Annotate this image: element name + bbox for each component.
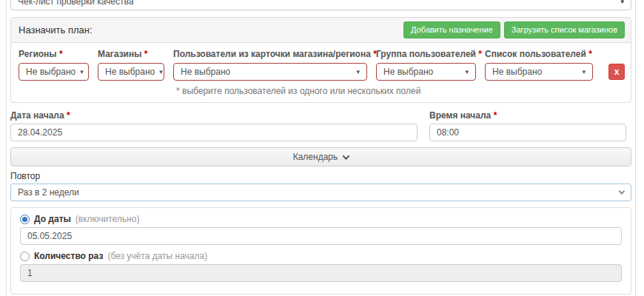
regions-select[interactable]: Не выбрано ▾ (19, 63, 89, 81)
assign-plan-panel: Назначить план: Добавить назначение Загр… (10, 17, 631, 103)
by-count-label: Количество раз (34, 251, 103, 261)
end-condition-panel: До даты (включительно) Количество раз (б… (10, 207, 631, 295)
assign-header-buttons: Добавить назначение Загрузить список маг… (403, 21, 625, 38)
card-users-select-value: Не выбрано (181, 67, 230, 77)
stores-select-value: Не выбрано (105, 67, 155, 77)
regions-label: Регионы * (19, 49, 89, 59)
required-mark: * (478, 49, 482, 59)
field-card-users: Пользователи из карточки магазина/регион… (173, 49, 367, 81)
chevron-down-icon (343, 152, 350, 160)
repeat-label: Повтор (10, 171, 631, 181)
repeat-count-input[interactable] (20, 264, 622, 282)
by-date-radio-row[interactable]: До даты (включительно) (20, 214, 622, 224)
stores-select[interactable]: Не выбрано ▾ (98, 63, 164, 81)
chevron-down-icon (619, 188, 625, 194)
by-count-hint: (без учёта даты начала) (107, 251, 207, 261)
start-date-field: Дата начала * (10, 110, 417, 141)
caret-down-icon: ▾ (80, 67, 84, 77)
field-user-group: Группа пользователей * Не выбрано ▾ (376, 49, 476, 81)
field-regions: Регионы * Не выбрано ▾ (19, 49, 89, 81)
user-group-label: Группа пользователей * (376, 49, 476, 59)
checklist-select-value: Чек-лист проверки качества (18, 0, 133, 7)
assignment-fields-row: Регионы * Не выбрано ▾ Магазины * Не выб… (19, 49, 625, 81)
end-date-input[interactable] (20, 227, 622, 245)
repeat-field: Повтор Раз в 2 недели (10, 171, 631, 201)
user-group-select[interactable]: Не выбрано ▾ (376, 63, 476, 81)
start-row: Дата начала * Время начала * (10, 110, 631, 141)
required-mark: * (144, 49, 148, 59)
start-date-input[interactable] (10, 124, 417, 141)
start-time-field: Время начала * (429, 110, 626, 141)
caret-down-icon: ▾ (620, 0, 624, 7)
user-group-select-value: Не выбрано (383, 67, 433, 77)
add-assignment-button[interactable]: Добавить назначение (403, 21, 500, 38)
caret-down-icon: ▾ (465, 67, 469, 77)
field-stores: Магазины * Не выбрано ▾ (98, 49, 164, 81)
repeat-select-value: Раз в 2 недели (18, 187, 79, 198)
field-user-list: Список пользователей * Не выбрано ▾ (485, 49, 593, 81)
required-mark: * (67, 110, 70, 121)
fields-note: * выберите пользователей из одного или н… (176, 86, 625, 96)
assign-plan-header: Назначить план: Добавить назначение Загр… (11, 18, 631, 43)
calendar-toggle[interactable]: Календарь (10, 147, 631, 166)
required-mark: * (494, 110, 497, 121)
caret-down-icon: ▾ (582, 67, 586, 77)
user-list-label: Список пользователей * (485, 49, 593, 59)
calendar-toggle-label: Календарь (293, 152, 338, 162)
delete-assignment-button[interactable]: x (608, 64, 625, 80)
assign-plan-title: Назначить план: (19, 24, 93, 36)
card-users-select[interactable]: Не выбрано ▾ (173, 63, 367, 81)
by-date-radio[interactable] (20, 215, 30, 224)
user-list-select[interactable]: Не выбрано ▾ (485, 63, 593, 81)
card-users-label: Пользователи из карточки магазина/регион… (173, 49, 367, 59)
form-container: Чек-лист проверки качества ▾ Назначить п… (6, 0, 636, 296)
caret-down-icon: ▾ (159, 67, 163, 77)
required-mark: * (588, 49, 592, 59)
caret-down-icon: ▾ (356, 67, 360, 77)
upload-store-list-button[interactable]: Загрузить список магазинов (504, 21, 625, 38)
start-date-label: Дата начала * (10, 110, 417, 121)
by-count-radio[interactable] (20, 252, 30, 261)
by-count-radio-row[interactable]: Количество раз (без учёта даты начала) (20, 251, 622, 261)
by-date-label: До даты (34, 214, 71, 224)
repeat-select[interactable]: Раз в 2 недели (10, 184, 631, 201)
start-time-input[interactable] (429, 124, 626, 141)
stores-label: Магазины * (98, 49, 164, 59)
required-mark: * (59, 49, 63, 59)
start-time-label: Время начала * (429, 110, 626, 121)
regions-select-value: Не выбрано (26, 67, 76, 77)
close-icon: x (614, 67, 620, 76)
by-date-hint: (включительно) (76, 214, 140, 224)
checklist-select[interactable]: Чек-лист проверки качества ▾ (10, 0, 631, 10)
user-list-select-value: Не выбрано (492, 67, 542, 77)
assign-plan-body: Регионы * Не выбрано ▾ Магазины * Не выб… (11, 43, 631, 102)
